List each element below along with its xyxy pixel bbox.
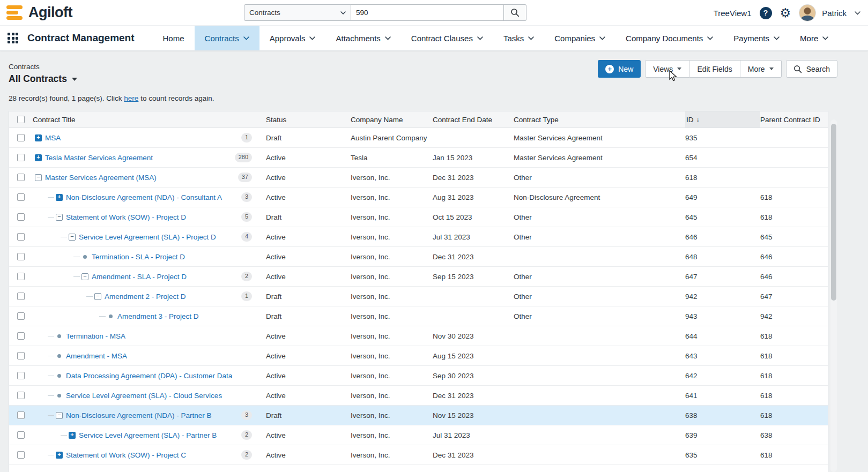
column-header-title[interactable]: Contract Title bbox=[33, 111, 266, 128]
tree-expander-icon[interactable] bbox=[56, 214, 63, 221]
contract-title-link[interactable]: Service Level Agreement (SLA) - Partner … bbox=[79, 431, 217, 440]
contract-title-link[interactable]: Master Services Agreement (MSA) bbox=[45, 173, 157, 182]
nav-item[interactable]: Payments bbox=[723, 26, 790, 50]
nav-item[interactable]: Contracts bbox=[195, 26, 259, 50]
scrollbar-thumb[interactable] bbox=[831, 124, 836, 301]
table-row[interactable]: Amendment - SLA - Project D 2 Active Ive… bbox=[9, 267, 828, 287]
table-row[interactable]: Non-Disclosure Agreement (NDA) - Partner… bbox=[9, 406, 828, 425]
contract-title-link[interactable]: Non-Disclosure Agreement (NDA) - Consult… bbox=[66, 193, 222, 202]
tree-expander-icon[interactable] bbox=[56, 392, 63, 399]
row-checkbox[interactable] bbox=[17, 233, 25, 241]
vertical-scrollbar[interactable] bbox=[830, 119, 837, 472]
agiloft-logo[interactable]: Agiloft bbox=[0, 4, 72, 21]
row-checkbox[interactable] bbox=[17, 213, 25, 221]
tree-expander-icon[interactable] bbox=[56, 372, 63, 379]
table-row[interactable]: Statement of Work (SOW) - Project C 2 Ac… bbox=[9, 445, 828, 465]
row-checkbox[interactable] bbox=[17, 253, 25, 260]
contract-title-link[interactable]: Amendment - SLA - Project D bbox=[92, 272, 187, 281]
global-search-input[interactable] bbox=[351, 4, 504, 21]
row-checkbox[interactable] bbox=[17, 372, 25, 379]
table-row[interactable]: Master Services Agreement (MSA) 37 Activ… bbox=[9, 168, 828, 188]
view-selector[interactable]: All Contracts bbox=[9, 73, 77, 85]
table-row[interactable]: Service Level Agreement (SLA) - Partner … bbox=[9, 425, 828, 445]
nav-item[interactable]: Company Documents bbox=[615, 26, 723, 50]
tree-expander-icon[interactable] bbox=[56, 452, 63, 459]
nav-item[interactable]: Approvals bbox=[259, 26, 326, 50]
tree-expander-icon[interactable] bbox=[56, 353, 63, 359]
table-row[interactable]: Non-Disclosure Agreement (NDA) - Consult… bbox=[9, 188, 828, 207]
app-launcher-icon[interactable] bbox=[8, 33, 18, 43]
tree-expander-icon[interactable] bbox=[35, 134, 42, 141]
table-row[interactable]: Data Processing Agreement (DPA) - Custom… bbox=[9, 366, 828, 386]
row-checkbox[interactable] bbox=[17, 411, 25, 419]
table-row[interactable]: Amendment 3 - Project D Draft Iverson, I… bbox=[9, 306, 828, 326]
help-icon[interactable]: ? bbox=[760, 7, 772, 19]
contract-title-link[interactable]: Data Processing Agreement (DPA) - Custom… bbox=[66, 371, 232, 380]
column-header-status[interactable]: Status bbox=[266, 111, 351, 128]
row-checkbox[interactable] bbox=[17, 193, 25, 201]
contract-title-link[interactable]: Amendment 2 - Project D bbox=[105, 292, 186, 301]
row-checkbox[interactable] bbox=[17, 273, 25, 280]
tree-expander-icon[interactable] bbox=[56, 194, 63, 201]
contract-title-link[interactable]: Service Level Agreement (SLA) - Project … bbox=[79, 233, 216, 242]
contract-title-link[interactable]: Statement of Work (SOW) - Project C bbox=[66, 451, 186, 460]
table-row[interactable]: Amendment 2 - Project D 1 Draft Iverson,… bbox=[9, 287, 828, 306]
column-header-type[interactable]: Contract Type bbox=[514, 111, 685, 128]
nav-item[interactable]: Companies bbox=[544, 26, 615, 50]
table-row[interactable]: Tesla Master Services Agreement 280 Acti… bbox=[9, 148, 828, 168]
table-row[interactable]: Statement of Work (SOW) - Project D 5 Dr… bbox=[9, 207, 828, 227]
tree-expander-icon[interactable] bbox=[56, 333, 63, 340]
contract-title-link[interactable]: Amendment - MSA bbox=[66, 351, 127, 361]
settings-gear-icon[interactable]: ⚙ bbox=[780, 7, 791, 19]
nav-item[interactable]: Contract Clauses bbox=[401, 26, 493, 50]
tree-expander-icon[interactable] bbox=[81, 273, 88, 280]
select-all-checkbox[interactable] bbox=[17, 116, 25, 123]
column-header-parent-id[interactable]: Parent Contract ID bbox=[760, 111, 828, 128]
search-button[interactable]: Search bbox=[786, 60, 837, 78]
row-checkbox[interactable] bbox=[17, 431, 25, 439]
nav-item[interactable]: More bbox=[790, 26, 839, 50]
row-checkbox[interactable] bbox=[17, 312, 25, 320]
row-checkbox[interactable] bbox=[17, 392, 25, 399]
tree-expander-icon[interactable] bbox=[35, 174, 42, 181]
contract-title-link[interactable]: Amendment 3 - Project D bbox=[117, 312, 199, 321]
row-checkbox[interactable] bbox=[17, 352, 25, 359]
treeview-label[interactable]: TreeView1 bbox=[714, 9, 752, 18]
table-row[interactable]: MSA 1 Draft Austin Parent Company Master… bbox=[9, 128, 828, 148]
row-checkbox[interactable] bbox=[17, 174, 25, 181]
search-scope-select[interactable]: Contracts bbox=[244, 4, 351, 21]
contract-title-link[interactable]: Statement of Work (SOW) - Project D bbox=[66, 213, 186, 222]
column-header-id[interactable]: ID ↓ bbox=[685, 111, 760, 128]
user-menu-chevron-icon[interactable] bbox=[855, 11, 860, 15]
contract-title-link[interactable]: Tesla Master Services Agreement bbox=[45, 153, 153, 162]
table-row[interactable]: Amendment - MSA Active Iverson, Inc. Aug… bbox=[9, 346, 828, 366]
count-again-link[interactable]: here bbox=[124, 94, 138, 102]
table-row[interactable]: Service Level Agreement (SLA) - Project … bbox=[9, 227, 828, 247]
tree-expander-icon[interactable] bbox=[107, 313, 114, 320]
row-checkbox[interactable] bbox=[17, 451, 25, 459]
views-button[interactable]: Views bbox=[645, 60, 689, 78]
table-row[interactable]: Termination - SLA - Project D Active Ive… bbox=[9, 247, 828, 267]
nav-item[interactable]: Tasks bbox=[493, 26, 544, 50]
contract-title-link[interactable]: Non-Disclosure Agreement (NDA) - Partner… bbox=[66, 411, 212, 420]
tree-expander-icon[interactable] bbox=[81, 253, 88, 260]
row-checkbox[interactable] bbox=[17, 332, 25, 340]
column-header-end-date[interactable]: Contract End Date bbox=[433, 111, 514, 128]
user-avatar[interactable] bbox=[799, 4, 816, 21]
contract-title-link[interactable]: Termination - SLA - Project D bbox=[92, 252, 185, 261]
tree-expander-icon[interactable] bbox=[35, 154, 42, 161]
tree-expander-icon[interactable] bbox=[69, 234, 76, 241]
table-row[interactable]: Termination - MSA Active Iverson, Inc. N… bbox=[9, 326, 828, 346]
nav-item[interactable]: Home bbox=[153, 26, 195, 50]
contract-title-link[interactable]: Termination - MSA bbox=[66, 332, 125, 341]
more-button[interactable]: More bbox=[740, 60, 782, 78]
row-checkbox[interactable] bbox=[17, 154, 25, 161]
column-header-company[interactable]: Company Name bbox=[351, 111, 433, 128]
tree-expander-icon[interactable] bbox=[94, 293, 101, 300]
user-name[interactable]: Patrick bbox=[822, 9, 847, 18]
row-checkbox[interactable] bbox=[17, 134, 25, 141]
contract-title-link[interactable]: Service Level Agreement (SLA) - Cloud Se… bbox=[66, 391, 222, 400]
row-checkbox[interactable] bbox=[17, 293, 25, 300]
edit-fields-button[interactable]: Edit Fields bbox=[689, 60, 740, 78]
table-row[interactable]: Service Level Agreement (SLA) - Cloud Se… bbox=[9, 386, 828, 406]
